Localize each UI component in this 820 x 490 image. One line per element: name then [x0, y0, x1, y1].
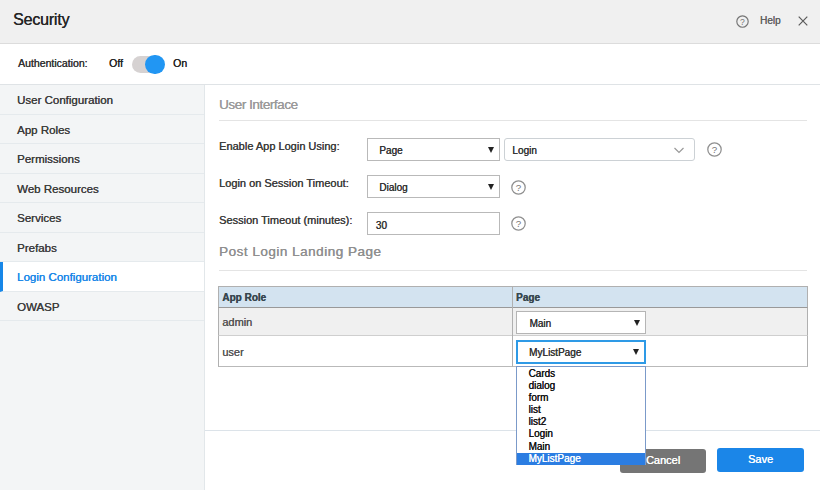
svg-text:?: ?	[711, 144, 717, 155]
svg-text:?: ?	[516, 182, 522, 193]
svg-text:?: ?	[740, 17, 745, 27]
svg-text:?: ?	[516, 218, 522, 229]
